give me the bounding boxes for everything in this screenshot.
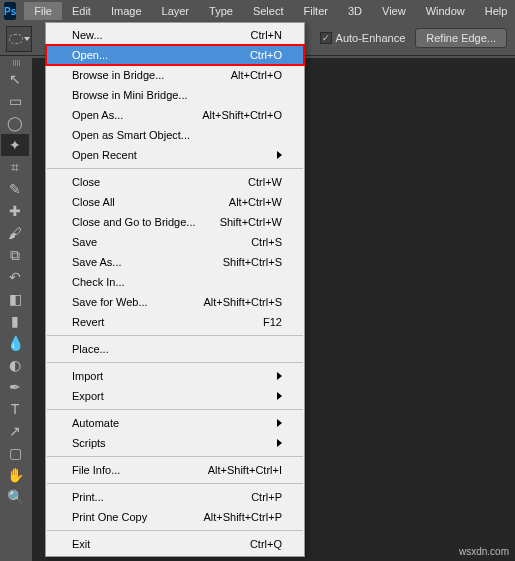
dodge-tool[interactable]: ◐ xyxy=(1,354,29,376)
menu-item-scripts[interactable]: Scripts xyxy=(46,433,304,453)
menu-item-shortcut: Shift+Ctrl+W xyxy=(220,215,282,229)
menubar-item-view[interactable]: View xyxy=(372,2,416,20)
menu-item-file-info[interactable]: File Info...Alt+Shift+Ctrl+I xyxy=(46,460,304,480)
history-brush-tool[interactable]: ↶ xyxy=(1,266,29,288)
file-menu-dropdown: New...Ctrl+NOpen...Ctrl+OBrowse in Bridg… xyxy=(45,22,305,557)
move-tool[interactable]: ↖ xyxy=(1,68,29,90)
lasso-tool[interactable]: ◯ xyxy=(1,112,29,134)
menu-item-label: Check In... xyxy=(72,275,125,289)
menu-item-label: Print... xyxy=(72,490,104,504)
menubar: Ps FileEditImageLayerTypeSelectFilter3DV… xyxy=(0,0,515,22)
menu-item-label: Open... xyxy=(72,48,108,62)
menu-item-revert[interactable]: RevertF12 xyxy=(46,312,304,332)
menu-item-open-as-smart-object[interactable]: Open as Smart Object... xyxy=(46,125,304,145)
quick-select-tool[interactable]: ✦ xyxy=(1,134,29,156)
quick-select-icon xyxy=(9,34,23,44)
menu-item-label: File Info... xyxy=(72,463,120,477)
rect-marquee-tool[interactable]: ▭ xyxy=(1,90,29,112)
menu-item-save-as[interactable]: Save As...Shift+Ctrl+S xyxy=(46,252,304,272)
menubar-item-help[interactable]: Help xyxy=(475,2,515,20)
submenu-arrow-icon xyxy=(277,372,282,380)
menubar-item-3d[interactable]: 3D xyxy=(338,2,372,20)
menubar-item-select[interactable]: Select xyxy=(243,2,294,20)
menu-item-close[interactable]: CloseCtrl+W xyxy=(46,172,304,192)
crop-tool[interactable]: ⌗ xyxy=(1,156,29,178)
hand-tool[interactable]: ✋ xyxy=(1,464,29,486)
menu-item-save[interactable]: SaveCtrl+S xyxy=(46,232,304,252)
menu-item-import[interactable]: Import xyxy=(46,366,304,386)
menu-item-label: Close and Go to Bridge... xyxy=(72,215,196,229)
menu-item-label: Browse in Mini Bridge... xyxy=(72,88,188,102)
menu-item-open[interactable]: Open...Ctrl+O xyxy=(46,45,304,65)
zoom-tool[interactable]: 🔍 xyxy=(1,486,29,508)
pen-tool[interactable]: ✒ xyxy=(1,376,29,398)
menu-item-shortcut: F12 xyxy=(263,315,282,329)
menu-item-print[interactable]: Print...Ctrl+P xyxy=(46,487,304,507)
menu-item-label: Open Recent xyxy=(72,148,137,162)
toolbox: ↖▭◯✦⌗✎✚🖌⧉↶◧▮💧◐✒T↗▢✋🔍 xyxy=(1,58,31,508)
menu-item-place[interactable]: Place... xyxy=(46,339,304,359)
blur-tool[interactable]: 💧 xyxy=(1,332,29,354)
menu-item-shortcut: Shift+Ctrl+S xyxy=(223,255,282,269)
menu-item-print-one-copy[interactable]: Print One CopyAlt+Shift+Ctrl+P xyxy=(46,507,304,527)
menu-item-label: Import xyxy=(72,369,103,383)
menu-item-label: Print One Copy xyxy=(72,510,147,524)
toolbox-grip[interactable] xyxy=(1,58,31,68)
menu-separator xyxy=(47,530,303,531)
brush-tool[interactable]: 🖌 xyxy=(1,222,29,244)
menu-separator xyxy=(47,335,303,336)
menu-item-browse-in-bridge[interactable]: Browse in Bridge...Alt+Ctrl+O xyxy=(46,65,304,85)
chevron-down-icon xyxy=(24,37,30,41)
type-tool[interactable]: T xyxy=(1,398,29,420)
menu-separator xyxy=(47,409,303,410)
menu-item-label: Place... xyxy=(72,342,109,356)
refine-edge-button[interactable]: Refine Edge... xyxy=(415,28,507,48)
menu-item-shortcut: Ctrl+S xyxy=(251,235,282,249)
menu-item-label: Save As... xyxy=(72,255,122,269)
menubar-item-filter[interactable]: Filter xyxy=(293,2,337,20)
menu-item-check-in[interactable]: Check In... xyxy=(46,272,304,292)
menu-item-open-as[interactable]: Open As...Alt+Shift+Ctrl+O xyxy=(46,105,304,125)
menu-item-export[interactable]: Export xyxy=(46,386,304,406)
menu-item-label: Scripts xyxy=(72,436,106,450)
menu-item-close-all[interactable]: Close AllAlt+Ctrl+W xyxy=(46,192,304,212)
options-right-controls: ✓ Auto-Enhance Refine Edge... xyxy=(320,28,507,48)
clone-stamp-tool[interactable]: ⧉ xyxy=(1,244,29,266)
menu-item-shortcut: Ctrl+N xyxy=(251,28,282,42)
menu-item-shortcut: Ctrl+O xyxy=(250,48,282,62)
path-select-tool[interactable]: ↗ xyxy=(1,420,29,442)
submenu-arrow-icon xyxy=(277,392,282,400)
menubar-item-window[interactable]: Window xyxy=(416,2,475,20)
rectangle-tool[interactable]: ▢ xyxy=(1,442,29,464)
eraser-tool[interactable]: ◧ xyxy=(1,288,29,310)
menubar-item-layer[interactable]: Layer xyxy=(152,2,200,20)
menu-separator xyxy=(47,456,303,457)
menu-item-label: Revert xyxy=(72,315,104,329)
menubar-item-edit[interactable]: Edit xyxy=(62,2,101,20)
menu-item-save-for-web[interactable]: Save for Web...Alt+Shift+Ctrl+S xyxy=(46,292,304,312)
menu-item-new[interactable]: New...Ctrl+N xyxy=(46,25,304,45)
tool-preset-picker[interactable] xyxy=(6,26,32,52)
menubar-item-image[interactable]: Image xyxy=(101,2,152,20)
menu-item-automate[interactable]: Automate xyxy=(46,413,304,433)
menu-item-close-and-go-to-bridge[interactable]: Close and Go to Bridge...Shift+Ctrl+W xyxy=(46,212,304,232)
menu-item-shortcut: Alt+Shift+Ctrl+P xyxy=(203,510,282,524)
watermark: wsxdn.com xyxy=(459,546,509,557)
auto-enhance-checkbox[interactable]: ✓ Auto-Enhance xyxy=(320,32,406,44)
menu-item-shortcut: Alt+Ctrl+O xyxy=(231,68,282,82)
menu-item-exit[interactable]: ExitCtrl+Q xyxy=(46,534,304,554)
eyedropper-tool[interactable]: ✎ xyxy=(1,178,29,200)
menu-item-label: Open as Smart Object... xyxy=(72,128,190,142)
submenu-arrow-icon xyxy=(277,439,282,447)
healing-brush-tool[interactable]: ✚ xyxy=(1,200,29,222)
menu-item-label: New... xyxy=(72,28,103,42)
menu-item-label: Close xyxy=(72,175,100,189)
gradient-tool[interactable]: ▮ xyxy=(1,310,29,332)
menubar-item-file[interactable]: File xyxy=(24,2,62,20)
menu-item-shortcut: Ctrl+W xyxy=(248,175,282,189)
menu-item-label: Save xyxy=(72,235,97,249)
menu-item-browse-in-mini-bridge[interactable]: Browse in Mini Bridge... xyxy=(46,85,304,105)
menubar-item-type[interactable]: Type xyxy=(199,2,243,20)
auto-enhance-label: Auto-Enhance xyxy=(336,32,406,44)
menu-item-open-recent[interactable]: Open Recent xyxy=(46,145,304,165)
